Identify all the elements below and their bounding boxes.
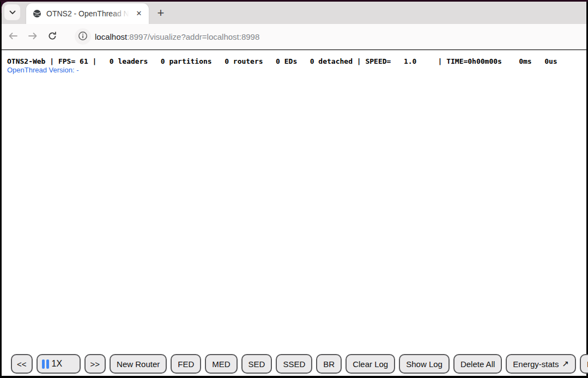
new-ssed-button[interactable]: SSED bbox=[276, 354, 312, 374]
tab-list-button[interactable] bbox=[4, 4, 20, 20]
close-tab-icon[interactable]: ✕ bbox=[134, 8, 144, 20]
browser-window: OTNS2 - OpenThread Ne ✕ + bbox=[2, 2, 586, 376]
external-link-icon: ↗ bbox=[562, 359, 569, 369]
forward-button[interactable] bbox=[24, 28, 41, 45]
pause-icon bbox=[42, 359, 49, 369]
new-sed-button[interactable]: SED bbox=[241, 354, 272, 374]
clear-log-button[interactable]: Clear Log bbox=[345, 354, 395, 374]
url-field[interactable]: localhost:8997/visualize?addr=localhost:… bbox=[95, 32, 259, 41]
openthread-version-link[interactable]: OpenThread Version: - bbox=[7, 66, 79, 74]
new-med-button[interactable]: MED bbox=[205, 354, 237, 374]
new-router-button[interactable]: New Router bbox=[110, 354, 167, 374]
site-info-button[interactable] bbox=[75, 28, 91, 45]
back-arrow-icon bbox=[8, 32, 18, 41]
browser-tab[interactable]: OTNS2 - OpenThread Ne ✕ bbox=[26, 3, 149, 24]
status-bar-text: OTNS2-Web | FPS= 61 | 0 leaders 0 partit… bbox=[7, 57, 557, 65]
tab-title: OTNS2 - OpenThread Ne bbox=[46, 9, 129, 18]
speed-up-button[interactable]: >> bbox=[84, 354, 106, 374]
forward-arrow-icon bbox=[28, 32, 38, 41]
tab-title-fade bbox=[111, 9, 129, 18]
page-content: OTNS2-Web | FPS= 61 | 0 leaders 0 partit… bbox=[2, 50, 586, 376]
info-icon bbox=[78, 31, 88, 42]
node-stats-button[interactable]: Node-stats ↗ bbox=[580, 354, 588, 374]
new-tab-button[interactable]: + bbox=[153, 5, 168, 21]
delete-all-button[interactable]: Delete All bbox=[453, 354, 502, 374]
show-log-button[interactable]: Show Log bbox=[399, 354, 450, 374]
address-bar: localhost:8997/visualize?addr=localhost:… bbox=[2, 24, 586, 50]
back-button[interactable] bbox=[4, 28, 22, 45]
reload-icon bbox=[47, 31, 57, 42]
new-br-button[interactable]: BR bbox=[316, 354, 342, 374]
tab-strip: OTNS2 - OpenThread Ne ✕ + bbox=[2, 2, 586, 24]
reload-button[interactable] bbox=[44, 28, 61, 45]
simulation-canvas[interactable] bbox=[2, 50, 586, 376]
pause-speed-button[interactable]: 1X bbox=[37, 354, 81, 374]
chevron-down-icon bbox=[9, 8, 16, 16]
speed-display: 1X bbox=[52, 359, 63, 369]
action-bar: << 1X >> New Router FED MED SED SSED BR … bbox=[11, 354, 588, 374]
url-path: :8997/visualize?addr=localhost:8998 bbox=[127, 32, 259, 41]
globe-favicon-icon bbox=[33, 9, 41, 18]
energy-stats-button[interactable]: Energy-stats ↗ bbox=[506, 354, 576, 374]
new-fed-button[interactable]: FED bbox=[171, 354, 201, 374]
speed-down-button[interactable]: << bbox=[11, 354, 33, 374]
url-host: localhost bbox=[95, 32, 127, 41]
